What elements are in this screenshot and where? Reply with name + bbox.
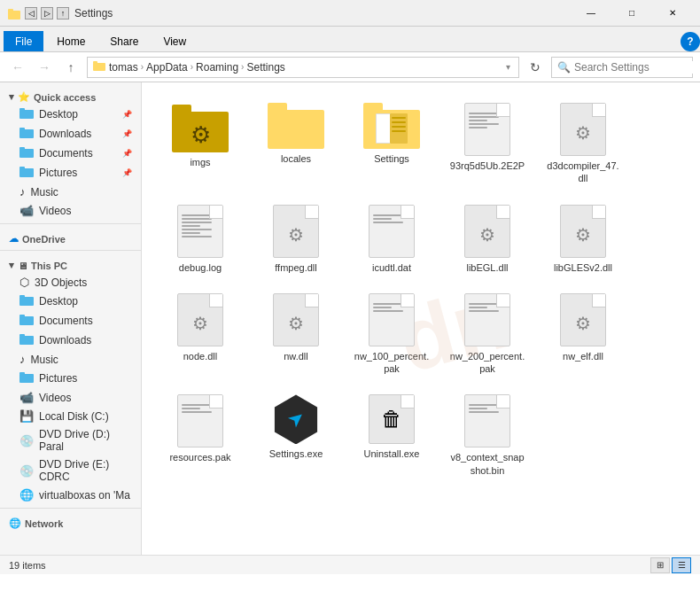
- close-button[interactable]: ✕: [652, 0, 693, 27]
- file-item-93rq[interactable]: 93rq5d5Ub.2E2P: [443, 97, 532, 191]
- file-item-v8[interactable]: v8_context_snapshot.bin: [443, 388, 532, 483]
- file-item-imgs[interactable]: ⚙ imgs: [156, 97, 245, 191]
- thispc-chevron-icon: ▾: [9, 260, 14, 271]
- file-label-icudtl: icudtl.dat: [372, 261, 411, 274]
- sidebar-item-dvd-e[interactable]: 💿 DVD Drive (E:) CDRC: [0, 455, 141, 486]
- dvd-d-icon: 💿: [19, 434, 34, 447]
- sidebar-onedrive-label[interactable]: ☁ OneDrive: [0, 228, 141, 246]
- pictures-folder-icon: [19, 166, 34, 180]
- search-box: 🔍: [551, 57, 693, 78]
- pin-icon3: 📌: [122, 149, 132, 158]
- sidebar-documents2-label: Documents: [39, 315, 93, 327]
- tab-file[interactable]: File: [4, 31, 43, 51]
- breadcrumb-sep3: ›: [241, 62, 244, 72]
- back-button[interactable]: ◁: [25, 7, 37, 19]
- forward-button[interactable]: ▷: [41, 7, 53, 19]
- sidebar-item-documents[interactable]: Documents 📌: [0, 144, 141, 163]
- file-item-nw200[interactable]: nw_200_percent.pak: [443, 287, 532, 382]
- svg-rect-6: [19, 129, 34, 138]
- sidebar-thispc-label[interactable]: ▾ 🖥 This PC: [0, 254, 141, 273]
- file-item-node[interactable]: ⚙ node.dll: [156, 287, 245, 382]
- sidebar-item-dvd-d[interactable]: 💿 DVD Drive (D:) Paral: [0, 425, 141, 455]
- file-item-settings-exe[interactable]: ➤ Settings.exe: [252, 388, 340, 483]
- doc-gear-icon-nwelf: ⚙: [560, 293, 606, 346]
- sidebar-item-downloads2[interactable]: Downloads: [0, 331, 141, 350]
- svg-rect-4: [19, 110, 34, 119]
- breadcrumb-appdata: AppData: [146, 61, 188, 74]
- sidebar-downloads2-label: Downloads: [39, 334, 91, 346]
- onedrive-icon: ☁: [9, 233, 19, 245]
- maximize-button[interactable]: □: [611, 0, 652, 27]
- file-label-locales: locales: [281, 152, 311, 165]
- sidebar-desktop2-label: Desktop: [39, 295, 78, 307]
- sidebar-item-pictures2[interactable]: Pictures: [0, 369, 141, 388]
- sidebar-item-videos[interactable]: 📹 Videos: [0, 201, 141, 220]
- status-bar: 19 items ⊞ ☰: [0, 555, 700, 574]
- file-item-uninstall[interactable]: 🗑 Uninstall.exe: [347, 388, 436, 483]
- sidebar-item-desktop[interactable]: Desktop 📌: [0, 105, 141, 124]
- files-grid: ⚙ imgs locales: [156, 97, 686, 483]
- sidebar-item-vbox[interactable]: 🌐 virtualboxas on 'Ma: [0, 486, 141, 504]
- file-item-libegl[interactable]: ⚙ libEGL.dll: [443, 198, 532, 280]
- sidebar-quick-access-label[interactable]: ▾ ⭐ Quick access: [0, 86, 141, 105]
- pin-icon: 📌: [122, 110, 132, 119]
- sidebar-item-desktop2[interactable]: Desktop: [0, 292, 141, 311]
- file-item-libgles[interactable]: ⚙ libGLESv2.dll: [539, 198, 627, 280]
- minimize-button[interactable]: —: [571, 0, 611, 27]
- sidebar-downloads-label: Downloads: [39, 128, 91, 140]
- sidebar-videos2-label: Videos: [39, 392, 71, 404]
- file-item-nwelf[interactable]: ⚙ nw_elf.dll: [539, 287, 627, 382]
- file-item-debug[interactable]: debug.log: [156, 198, 245, 280]
- doc-plain-icon-v8: [464, 394, 510, 447]
- up-button[interactable]: ↑: [57, 7, 69, 19]
- large-icons-view-button[interactable]: ⊞: [650, 557, 670, 573]
- svg-rect-14: [19, 316, 34, 325]
- uninstall-icon: 🗑: [369, 394, 415, 444]
- file-label-ffmpeg: ffmpeg.dll: [275, 261, 317, 274]
- doc-gear-icon-d3d: ⚙: [560, 103, 606, 156]
- refresh-button[interactable]: ↻: [525, 57, 546, 78]
- help-button[interactable]: ?: [681, 32, 700, 51]
- doc-gear-icon-libegl: ⚙: [464, 205, 510, 258]
- sidebar-item-3dobjects[interactable]: ⬡ 3D Objects: [0, 273, 141, 292]
- sidebar-item-music[interactable]: ♪ Music: [0, 183, 141, 201]
- sidebar-item-downloads[interactable]: Downloads 📌: [0, 124, 141, 144]
- file-item-ffmpeg[interactable]: ⚙ ffmpeg.dll: [252, 198, 340, 280]
- quick-access-chevron-icon: ▾: [9, 91, 14, 103]
- sidebar-item-localdisk[interactable]: 💾 Local Disk (C:): [0, 407, 141, 425]
- sidebar-item-music2[interactable]: ♪ Music: [0, 350, 141, 369]
- breadcrumb[interactable]: tomas › AppData › Roaming › Settings ▾: [87, 57, 519, 78]
- breadcrumb-tomas: tomas: [109, 61, 138, 74]
- arrow-icon: ➤: [283, 406, 310, 433]
- file-item-nw[interactable]: ⚙ nw.dll: [252, 287, 340, 382]
- up-nav-button[interactable]: ↑: [60, 57, 82, 78]
- file-label-nw100: nw_100_percent.pak: [354, 350, 430, 376]
- sidebar-vbox-label: virtualboxas on 'Ma: [39, 489, 130, 502]
- file-item-resources[interactable]: resources.pak: [156, 388, 245, 483]
- file-item-icudtl[interactable]: icudtl.dat: [347, 198, 436, 280]
- sidebar-music2-label: Music: [31, 354, 58, 366]
- svg-rect-7: [19, 128, 25, 130]
- forward-nav-button[interactable]: →: [34, 57, 55, 78]
- svg-rect-19: [19, 372, 25, 375]
- file-label-uninstall: Uninstall.exe: [364, 447, 420, 460]
- file-item-locales[interactable]: locales: [252, 97, 340, 191]
- sidebar-network-label[interactable]: 🌐 Network: [0, 512, 141, 531]
- folder-gear-icon: ⚙: [172, 103, 229, 152]
- search-input[interactable]: [574, 61, 700, 74]
- sidebar-item-documents2[interactable]: Documents: [0, 311, 141, 331]
- doc-plain-icon-resources: [177, 394, 223, 447]
- file-item-settings-folder[interactable]: Settings: [347, 97, 436, 191]
- tab-view[interactable]: View: [152, 31, 198, 51]
- tab-home[interactable]: Home: [45, 31, 97, 51]
- sidebar-desktop-label: Desktop: [39, 108, 78, 121]
- sidebar-item-pictures[interactable]: Pictures 📌: [0, 163, 141, 183]
- view-buttons: ⊞ ☰: [650, 557, 691, 573]
- file-item-nw100[interactable]: nw_100_percent.pak: [347, 287, 436, 382]
- tab-share[interactable]: Share: [98, 31, 150, 51]
- file-item-d3d[interactable]: ⚙ d3dcompiler_47.dll: [539, 97, 627, 191]
- pin-icon2: 📌: [122, 129, 132, 138]
- back-nav-button[interactable]: ←: [7, 57, 28, 78]
- details-view-button[interactable]: ☰: [672, 557, 691, 573]
- sidebar-item-videos2[interactable]: 📹 Videos: [0, 388, 141, 407]
